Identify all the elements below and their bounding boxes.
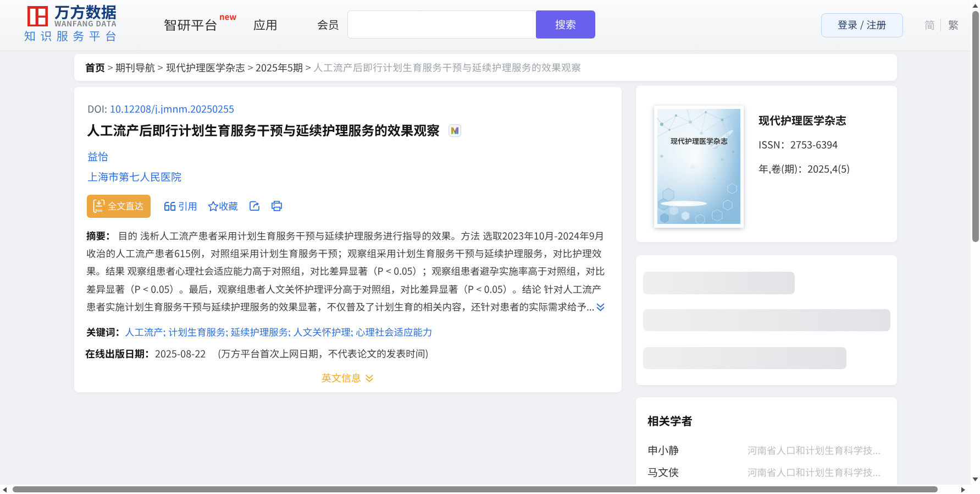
svg-text:free: free — [95, 208, 102, 213]
